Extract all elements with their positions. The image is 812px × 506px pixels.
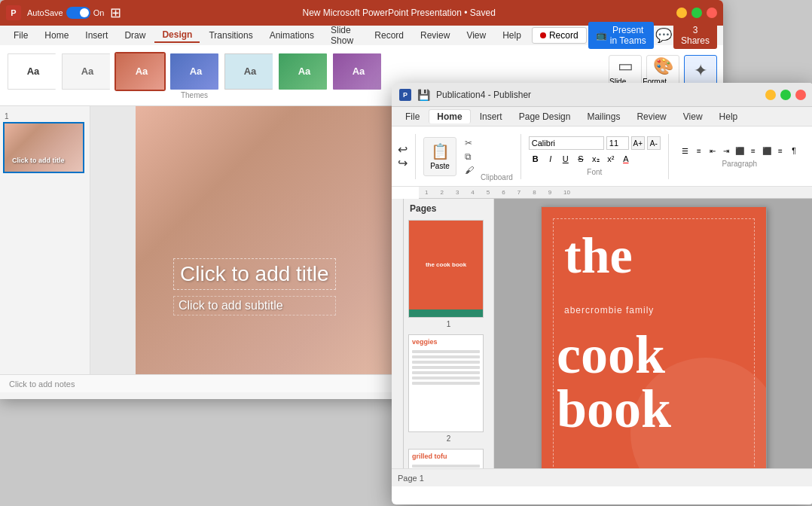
theme-item-6[interactable]: Aa (277, 52, 328, 91)
page-item-2[interactable]: veggies 2 (404, 331, 493, 446)
ppt-menu-insert[interactable]: Insert (78, 29, 115, 42)
pub-menu-pagedesign[interactable]: Page Design (511, 110, 578, 123)
theme-item-5[interactable]: Aa (223, 52, 274, 91)
pub-close-button[interactable] (795, 90, 806, 100)
minimize-button[interactable] (676, 8, 687, 18)
underline-button[interactable]: U (559, 152, 572, 166)
page-thumbnail-2: veggies (408, 334, 484, 432)
page-num-2: 2 (408, 434, 489, 443)
pub-maximize-button[interactable] (780, 90, 791, 100)
pub-logo: P (399, 89, 411, 101)
pub-ribbon: ↩ ↪ 📋 Paste ✂ ⧉ 🖌 Clipboard A+ A- (392, 126, 812, 187)
pub-menu-review[interactable]: Review (629, 110, 673, 123)
align-center-button[interactable]: ≡ (747, 145, 759, 157)
horizontal-ruler: 1 2 3 4 5 6 7 8 9 10 (419, 187, 812, 199)
theme-item-2[interactable]: Aa (60, 52, 111, 91)
ppt-menu-design[interactable]: Design (154, 28, 200, 43)
indent-decrease-button[interactable]: ⇤ (707, 145, 719, 157)
font-size-input[interactable] (606, 136, 629, 150)
pub-menu-mailings[interactable]: Mailings (579, 110, 627, 123)
para-row-1: ☰ ≡ ⇤ ⇥ ⬛ ≡ ⬛ ≡ ¶ (679, 145, 800, 157)
ppt-menu-animations[interactable]: Animations (262, 29, 322, 42)
ppt-menu-record[interactable]: Record (367, 29, 411, 42)
pub-menu-view[interactable]: View (676, 110, 710, 123)
theme-item-4[interactable]: Aa (169, 52, 220, 91)
ppt-menu-draw[interactable]: Draw (117, 29, 153, 42)
font-decrease-button[interactable]: A- (647, 136, 661, 150)
page-line-2 (412, 355, 480, 358)
strikethrough-button[interactable]: S (574, 152, 588, 166)
pub-save-icon[interactable]: 💾 (417, 89, 430, 101)
page-item-1[interactable]: the cook book 1 (404, 217, 493, 331)
indent-increase-button[interactable]: ⇥ (720, 145, 732, 157)
maximize-button[interactable] (691, 8, 702, 18)
slide-subtitle-placeholder[interactable]: Click to add subtitle (173, 296, 336, 315)
present-in-teams-button[interactable]: 📺 Present in Teams (588, 22, 654, 49)
pub-canvas-area: the abercrombie family cookbook (494, 199, 812, 486)
ppt-menu-file[interactable]: File (6, 29, 35, 42)
ppt-menu-view[interactable]: View (459, 29, 493, 42)
theme-item-7[interactable]: Aa (331, 52, 383, 91)
font-increase-button[interactable]: A+ (631, 136, 645, 150)
pub-menu-help[interactable]: Help (712, 110, 746, 123)
format-buttons: B I U S x₂ x² A (529, 152, 633, 166)
close-button[interactable] (707, 8, 717, 18)
redo-button[interactable]: ↪ (398, 157, 408, 169)
pub-menu-insert[interactable]: Insert (472, 110, 510, 123)
ribbon-separator-1 (415, 134, 416, 179)
quick-access-icon[interactable]: ⊞ (110, 5, 121, 21)
ppt-menu-home[interactable]: Home (37, 29, 76, 42)
ppt-menu-transitions[interactable]: Transitions (201, 29, 260, 42)
page-thumb-cover-1: the cook book (409, 221, 483, 309)
ruler-tick-7: 7 (511, 189, 527, 196)
ribbon-separator-3 (668, 134, 669, 179)
copy-button[interactable]: ⧉ (462, 151, 476, 163)
ppt-menu-slideshow[interactable]: Slide Show (323, 23, 365, 47)
publisher-window: P 💾 Publication4 - Publisher File Home I… (392, 83, 812, 504)
paragraph-controls: ☰ ≡ ⇤ ⇥ ⬛ ≡ ⬛ ≡ ¶ Paragraph (679, 145, 800, 168)
bold-button[interactable]: B (529, 152, 542, 166)
theme-item-1[interactable]: Aa (6, 52, 57, 91)
slide-thumbnail-1[interactable]: Click to add title (3, 122, 84, 173)
autosave-area: AutoSave On (27, 7, 104, 19)
list-bullet-button[interactable]: ☰ (679, 145, 691, 157)
autosave-state: On (93, 8, 105, 17)
undo-button[interactable]: ↩ (398, 144, 408, 156)
pilcrow-button[interactable]: ¶ (788, 145, 800, 157)
pub-minimize-button[interactable] (765, 90, 776, 100)
cut-button[interactable]: ✂ (462, 137, 476, 149)
superscript-button[interactable]: x² (604, 152, 618, 166)
ruler-tick-4: 4 (465, 189, 480, 196)
slide-title-placeholder[interactable]: Click to add title (173, 258, 336, 290)
italic-button[interactable]: I (544, 152, 557, 166)
comments-icon[interactable]: 💬 (655, 27, 672, 44)
format-painter-button[interactable]: 🖌 (462, 164, 476, 176)
align-left-button[interactable]: ⬛ (734, 145, 746, 157)
subscript-button[interactable]: x₂ (589, 152, 603, 166)
paste-button[interactable]: 📋 Paste (423, 137, 456, 176)
pub-menu-file[interactable]: File (398, 110, 427, 123)
share-button[interactable]: 3 Shares (673, 22, 717, 49)
ppt-menu-review[interactable]: Review (413, 29, 457, 42)
autosave-toggle[interactable] (66, 7, 90, 19)
font-color-button[interactable]: A (619, 152, 633, 166)
align-right-button[interactable]: ⬛ (761, 145, 773, 157)
underline-icon: U (563, 154, 569, 163)
justify-button[interactable]: ≡ (774, 145, 786, 157)
font-name-input[interactable] (529, 136, 604, 150)
slide-size-icon: ▭ (618, 56, 633, 76)
ruler-tick-9: 9 (542, 189, 557, 196)
pub-page-background: the abercrombie family cookbook (542, 207, 766, 486)
ppt-menu-help[interactable]: Help (495, 29, 529, 42)
record-button[interactable]: Record (532, 27, 587, 44)
italic-icon: I (549, 154, 551, 163)
theme-item-3[interactable]: Aa (114, 52, 166, 91)
list-number-button[interactable]: ≡ (693, 145, 705, 157)
pages-label: Pages (404, 199, 493, 217)
bold-icon: B (533, 154, 539, 163)
pub-menu-home[interactable]: Home (429, 109, 470, 123)
format-bg-icon: 🎨 (653, 56, 673, 76)
pub-page-canvas: the abercrombie family cookbook (541, 206, 767, 486)
teams-icon: 📺 (596, 30, 607, 41)
ruler-tick-5: 5 (481, 189, 496, 196)
